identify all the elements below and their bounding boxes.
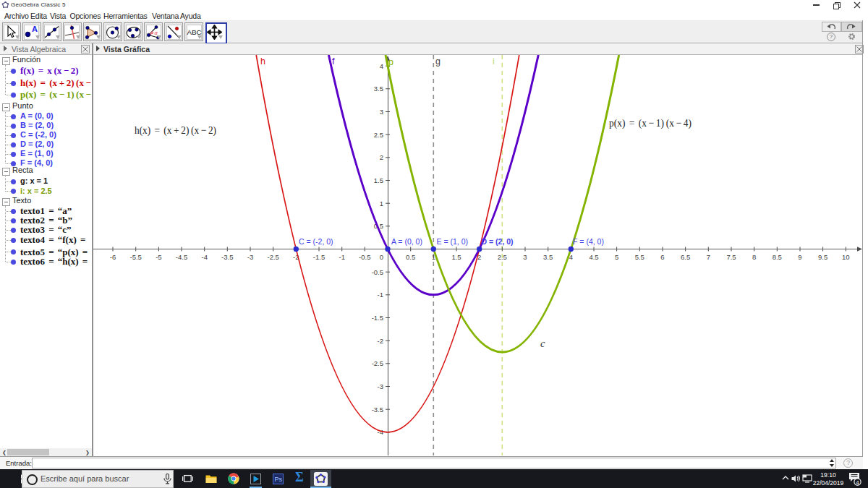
svg-text:D = (2, 0): D = (2, 0): [482, 237, 514, 246]
svg-text:F = (4, 0): F = (4, 0): [573, 237, 604, 246]
svg-text:-3.5: -3.5: [372, 406, 383, 414]
svg-text:-2.5: -2.5: [372, 359, 383, 367]
svg-text:3: 3: [523, 253, 527, 261]
svg-text:1: 1: [380, 200, 383, 207]
svg-text:-5.5: -5.5: [130, 253, 142, 261]
svg-text:2: 2: [380, 153, 383, 161]
svg-text:E = (1, 0): E = (1, 0): [437, 237, 468, 246]
svg-text:p(x) = (x − 1) (x − 4): p(x) = (x − 1) (x − 4): [609, 117, 692, 129]
svg-text:5.5: 5.5: [635, 253, 644, 261]
svg-text:7: 7: [707, 253, 710, 261]
svg-text:-1: -1: [339, 253, 344, 261]
svg-text:-2.5: -2.5: [268, 253, 279, 261]
svg-text:C = (-2, 0): C = (-2, 0): [299, 237, 333, 246]
svg-text:9: 9: [798, 253, 801, 261]
svg-text:-5: -5: [156, 253, 161, 261]
svg-text:-4.5: -4.5: [176, 253, 187, 261]
svg-text:-3.5: -3.5: [221, 253, 233, 261]
svg-text:g: g: [435, 56, 441, 67]
svg-text:4.5: 4.5: [589, 253, 598, 261]
svg-text:1.5: 1.5: [374, 176, 383, 184]
svg-text:-6: -6: [110, 253, 116, 261]
svg-text:6: 6: [660, 253, 664, 261]
svg-text:2.5: 2.5: [374, 131, 383, 139]
svg-text:-4: -4: [201, 253, 207, 261]
svg-text:9.5: 9.5: [818, 253, 827, 261]
svg-text:-0.5: -0.5: [359, 253, 370, 261]
svg-text:7.5: 7.5: [726, 253, 736, 261]
svg-text:p: p: [388, 57, 393, 67]
svg-text:-3: -3: [378, 382, 383, 390]
svg-text:-4: -4: [378, 428, 383, 436]
svg-text:6.5: 6.5: [681, 253, 690, 261]
svg-text:f: f: [332, 56, 335, 67]
svg-text:8.5: 8.5: [773, 253, 782, 261]
svg-text:2.5: 2.5: [498, 253, 507, 261]
svg-text:i: i: [493, 56, 495, 67]
svg-text:-1.5: -1.5: [372, 314, 383, 322]
svg-text:Ps: Ps: [275, 476, 283, 483]
svg-text:8: 8: [752, 253, 756, 261]
svg-text:3: 3: [380, 108, 383, 116]
svg-text:10: 10: [842, 253, 850, 261]
svg-text:A = (0, 0): A = (0, 0): [391, 237, 422, 246]
svg-text:-1: -1: [378, 291, 383, 299]
svg-text:0.5: 0.5: [406, 253, 415, 261]
svg-text:-2: -2: [378, 337, 383, 345]
svg-text:1.5: 1.5: [451, 253, 461, 261]
svg-text:5: 5: [615, 253, 618, 261]
svg-text:c: c: [540, 338, 545, 349]
svg-text:3.5: 3.5: [374, 85, 383, 93]
svg-text:h: h: [260, 56, 265, 67]
svg-text:h(x) = (x + 2) (x − 2): h(x) = (x + 2) (x − 2): [135, 124, 216, 137]
svg-text:-1.5: -1.5: [313, 253, 325, 261]
svg-text:4: 4: [856, 479, 859, 486]
svg-text:4: 4: [380, 62, 383, 70]
svg-text:0: 0: [380, 253, 383, 261]
svg-text:ABC: ABC: [187, 28, 201, 36]
svg-text:α: α: [154, 29, 158, 35]
svg-text:-3: -3: [247, 253, 253, 261]
svg-text:3.5: 3.5: [543, 253, 553, 261]
svg-text:-0.5: -0.5: [372, 268, 383, 276]
